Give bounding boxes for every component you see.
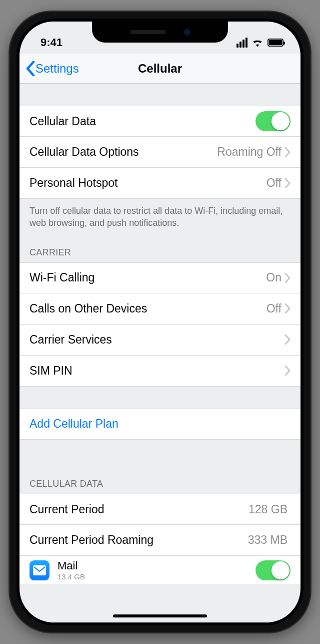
section4-header: CELLULAR DATA xyxy=(20,467,300,494)
wifi-calling-row[interactable]: Wi-Fi Calling On xyxy=(20,262,300,293)
add-cellular-plan-row[interactable]: Add Cellular Plan xyxy=(20,409,300,440)
nav-bar: Settings Cellular xyxy=(20,54,300,84)
wifi-calling-detail: On xyxy=(266,271,282,284)
chevron-right-icon xyxy=(284,303,290,313)
carrier-services-row[interactable]: Carrier Services xyxy=(20,325,300,356)
add-cellular-plan-label: Add Cellular Plan xyxy=(30,417,290,431)
sim-pin-label: SIM PIN xyxy=(30,364,284,378)
current-period-detail: 128 GB xyxy=(248,503,288,516)
calls-other-devices-detail: Off xyxy=(266,302,282,315)
wifi-calling-label: Wi-Fi Calling xyxy=(30,271,266,284)
chevron-left-icon xyxy=(26,61,36,76)
mail-app-name: Mail xyxy=(58,559,256,572)
chevron-right-icon xyxy=(284,335,290,345)
section1-footer: Turn off cellular data to restrict all d… xyxy=(20,199,300,235)
cellular-data-row[interactable]: Cellular Data xyxy=(20,106,300,137)
cellular-signal-icon xyxy=(236,38,248,48)
mail-app-icon xyxy=(30,560,50,580)
cellular-data-toggle[interactable] xyxy=(256,111,290,131)
screen: 9:41 Settings Cellular Cellular Data xyxy=(20,22,300,622)
chevron-right-icon xyxy=(284,273,290,283)
cellular-data-options-detail: Roaming Off xyxy=(217,145,282,159)
notch xyxy=(92,22,228,43)
sim-pin-row[interactable]: SIM PIN xyxy=(20,356,300,387)
page-title: Cellular xyxy=(138,62,182,76)
mail-app-usage: 13.4 GB xyxy=(58,572,256,581)
cellular-data-options-label: Cellular Data Options xyxy=(30,145,217,159)
section2-header: CARRIER xyxy=(20,235,300,262)
chevron-right-icon xyxy=(284,147,290,157)
phone-frame: 9:41 Settings Cellular Cellular Data xyxy=(8,11,312,633)
calls-other-devices-row[interactable]: Calls on Other Devices Off xyxy=(20,293,300,325)
content[interactable]: Cellular Data Cellular Data Options Roam… xyxy=(20,84,300,622)
current-period-label: Current Period xyxy=(30,503,248,516)
back-button[interactable]: Settings xyxy=(26,61,79,76)
personal-hotspot-row[interactable]: Personal Hotspot Off xyxy=(20,168,300,199)
mail-app-row[interactable]: Mail 13.4 GB xyxy=(20,556,300,584)
cellular-data-label: Cellular Data xyxy=(30,115,256,128)
personal-hotspot-label: Personal Hotspot xyxy=(30,176,266,190)
svg-rect-0 xyxy=(33,565,46,575)
calls-other-devices-label: Calls on Other Devices xyxy=(30,302,266,315)
chevron-right-icon xyxy=(284,366,290,376)
mail-app-toggle[interactable] xyxy=(256,560,290,580)
current-period-roaming-label: Current Period Roaming xyxy=(30,533,248,547)
status-right xyxy=(236,38,284,48)
back-label: Settings xyxy=(36,62,79,76)
phone-bezel: 9:41 Settings Cellular Cellular Data xyxy=(16,19,304,625)
personal-hotspot-detail: Off xyxy=(266,176,282,190)
home-indicator[interactable] xyxy=(113,614,207,617)
wifi-icon xyxy=(252,38,264,47)
current-period-roaming-detail: 333 MB xyxy=(248,533,288,547)
mail-app-info: Mail 13.4 GB xyxy=(58,559,256,581)
current-period-row: Current Period 128 GB xyxy=(20,494,300,525)
current-period-roaming-row: Current Period Roaming 333 MB xyxy=(20,525,300,556)
battery-icon xyxy=(268,39,284,47)
chevron-right-icon xyxy=(284,178,290,188)
carrier-services-label: Carrier Services xyxy=(30,333,284,347)
status-time: 9:41 xyxy=(40,36,62,49)
cellular-data-options-row[interactable]: Cellular Data Options Roaming Off xyxy=(20,137,300,168)
